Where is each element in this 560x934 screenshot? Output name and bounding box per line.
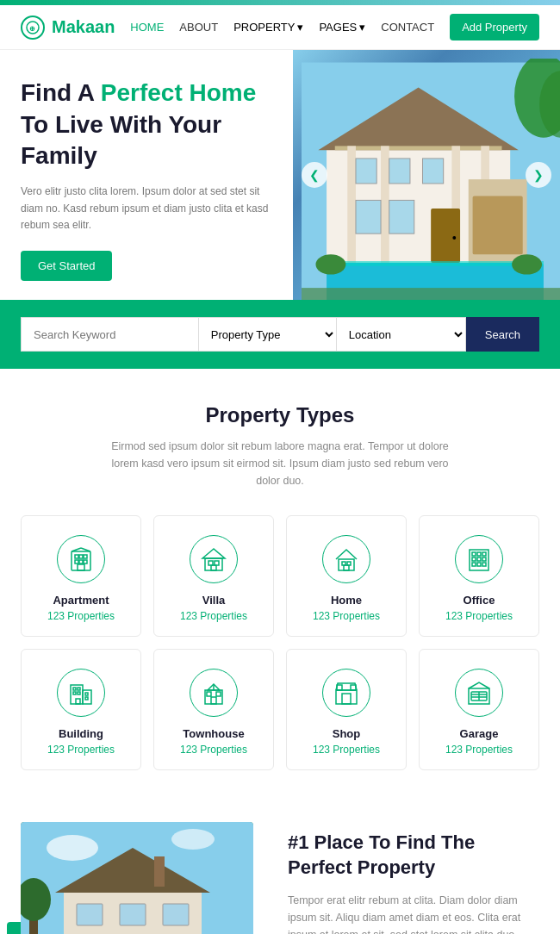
search-bar: Property Type Apartment Villa Home Offic…	[0, 300, 560, 369]
hero-title-before: Find A	[21, 79, 101, 106]
svg-rect-32	[84, 560, 87, 564]
property-type-card-office[interactable]: Office 123 Properties	[419, 515, 539, 637]
property-type-card-apartment[interactable]: Apartment 123 Properties	[21, 515, 141, 637]
find-property-title: #1 Place To Find The Perfect Property	[288, 831, 539, 880]
svg-point-18	[452, 236, 456, 240]
svg-rect-40	[211, 565, 216, 570]
svg-rect-62	[85, 697, 88, 700]
hero-house-illustration	[302, 59, 560, 300]
nav-pages[interactable]: PAGES ▾	[319, 21, 365, 34]
apartment-name: Apartment	[30, 594, 132, 607]
svg-rect-49	[472, 557, 476, 561]
find-property-description: Tempor erat elitr rebum at clita. Diam d…	[288, 892, 539, 934]
find-property-image	[21, 822, 253, 934]
svg-rect-54	[482, 563, 486, 566]
hero-image: ❮ ❯	[293, 50, 560, 300]
nav-links: HOME ABOUT PROPERTY ▾ PAGES ▾ CONTACT Ad…	[130, 14, 539, 40]
svg-rect-53	[477, 563, 481, 566]
hero-prev-button[interactable]: ❮	[302, 162, 327, 188]
svg-rect-48	[482, 552, 486, 556]
shop-count: 123 Properties	[296, 744, 397, 756]
svg-rect-16	[389, 200, 414, 234]
garage-icon	[455, 669, 503, 717]
nav-property[interactable]: PROPERTY ▾	[233, 21, 303, 34]
chevron-left-icon: ❮	[309, 168, 320, 182]
office-count: 123 Properties	[428, 610, 530, 622]
svg-rect-50	[477, 557, 481, 561]
find-image-wrapper	[21, 822, 262, 934]
logo-icon: ⊕	[21, 16, 45, 40]
hero-title-highlight: Perfect Home	[101, 79, 257, 106]
find-property-section: #1 Place To Find The Perfect Property Te…	[0, 796, 560, 934]
svg-rect-27	[75, 555, 78, 558]
home-count: 123 Properties	[296, 610, 397, 622]
svg-rect-7	[335, 146, 502, 150]
building-count: 123 Properties	[30, 744, 132, 756]
svg-rect-55	[71, 685, 83, 704]
svg-rect-30	[75, 560, 78, 564]
location-select[interactable]: Location New York Los Angeles	[337, 317, 466, 352]
svg-rect-12	[356, 159, 376, 184]
svg-rect-46	[472, 552, 476, 556]
property-grid: Apartment 123 Properties Villa 123 Prope…	[21, 515, 539, 770]
svg-rect-13	[389, 159, 410, 184]
svg-rect-28	[79, 555, 83, 558]
svg-rect-61	[85, 693, 88, 695]
svg-rect-60	[78, 692, 80, 694]
get-started-button[interactable]: Get Started	[21, 251, 112, 281]
svg-rect-29	[84, 555, 87, 558]
add-property-button[interactable]: Add Property	[450, 14, 539, 40]
svg-rect-67	[216, 692, 221, 696]
property-type-select[interactable]: Property Type Apartment Villa Home Offic…	[199, 317, 337, 352]
property-type-card-townhouse[interactable]: Townhouse 123 Properties	[153, 649, 274, 770]
svg-point-24	[315, 254, 345, 274]
nav-contact[interactable]: CONTACT	[381, 21, 434, 34]
logo[interactable]: ⊕ Makaan	[21, 16, 115, 40]
property-types-description: Eirmod sed ipsum dolor sit rebum labore …	[99, 438, 461, 489]
hero-section: Find A Perfect Home To Live With Your Fa…	[0, 50, 560, 300]
search-button[interactable]: Search	[466, 317, 539, 352]
svg-rect-33	[78, 564, 84, 570]
svg-rect-66	[207, 692, 211, 696]
garage-name: Garage	[428, 727, 530, 740]
property-type-card-shop[interactable]: Shop 123 Properties	[286, 649, 407, 770]
svg-rect-31	[79, 560, 83, 564]
chevron-down-icon: ▾	[359, 21, 365, 34]
building-name: Building	[30, 727, 132, 740]
property-type-card-villa[interactable]: Villa 123 Properties	[153, 515, 274, 637]
villa-icon	[190, 535, 238, 583]
nav-home[interactable]: HOME	[130, 21, 164, 34]
svg-rect-20	[473, 196, 523, 255]
building-icon	[57, 669, 105, 717]
apartment-count: 123 Properties	[30, 610, 132, 622]
home-icon	[322, 535, 370, 583]
svg-rect-23	[302, 288, 560, 300]
svg-rect-90	[163, 904, 189, 925]
office-icon	[455, 535, 503, 583]
townhouse-count: 123 Properties	[163, 744, 264, 756]
hero-title: Find A Perfect Home To Live With Your Fa…	[21, 78, 272, 171]
search-keyword-input[interactable]	[21, 317, 199, 352]
property-type-card-garage[interactable]: Garage 123 Properties	[419, 649, 539, 770]
svg-rect-37	[205, 558, 222, 570]
nav-about[interactable]: ABOUT	[179, 21, 218, 34]
svg-rect-51	[482, 557, 486, 561]
svg-rect-22	[327, 261, 544, 266]
svg-marker-36	[202, 549, 225, 558]
chevron-down-icon: ▾	[297, 21, 303, 34]
svg-rect-15	[356, 200, 381, 234]
svg-rect-9	[381, 146, 389, 263]
property-type-card-home[interactable]: Home 123 Properties	[286, 515, 407, 637]
find-property-content: #1 Place To Find The Perfect Property Te…	[288, 822, 539, 934]
apartment-icon	[57, 535, 105, 583]
property-types-title: Property Types	[21, 403, 539, 427]
property-type-card-building[interactable]: Building 123 Properties	[21, 649, 141, 770]
hero-next-button[interactable]: ❯	[526, 162, 551, 188]
property-types-section: Property Types Eirmod sed ipsum dolor si…	[0, 369, 560, 796]
logo-text: Makaan	[52, 17, 115, 37]
office-name: Office	[428, 594, 530, 607]
svg-rect-57	[73, 688, 76, 690]
svg-rect-44	[344, 565, 349, 570]
svg-point-81	[47, 835, 98, 861]
svg-rect-59	[73, 692, 76, 694]
